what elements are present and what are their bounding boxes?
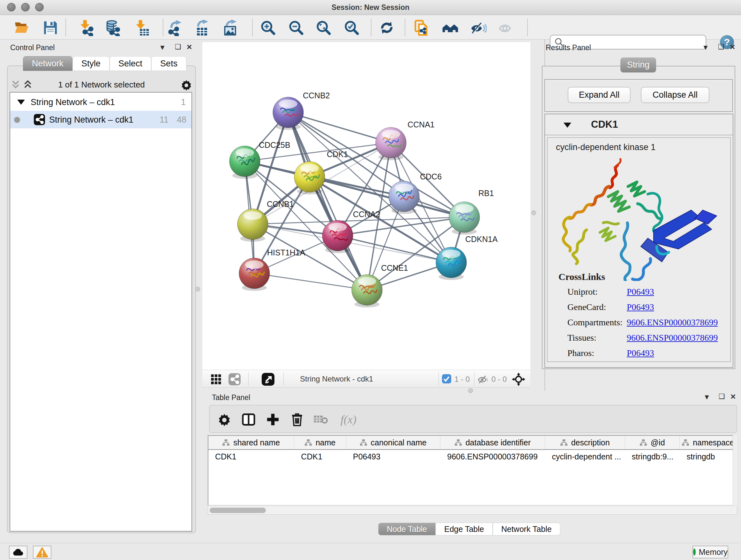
scrollbar-thumb[interactable]	[210, 508, 266, 513]
node-CCNE1[interactable]: CCNE1	[352, 263, 408, 307]
memory-status-dot	[693, 549, 696, 556]
tab-network[interactable]: Network	[23, 56, 72, 71]
crosslink-link[interactable]: P06493	[627, 302, 654, 312]
table-row[interactable]: CDK1CDK1P064939606.ENSP00000378699cyclin…	[208, 450, 737, 464]
cell[interactable]: CDK1	[208, 450, 294, 464]
selected-nodes-checkbox[interactable]	[442, 374, 451, 383]
zoom-out-button[interactable]	[288, 19, 305, 36]
import-network-from-database-button[interactable]	[104, 19, 121, 36]
column-header-databaseidentifier[interactable]: database identifier	[441, 436, 545, 449]
columns-icon	[241, 412, 256, 427]
tab-node-table[interactable]: Node Table	[378, 523, 435, 536]
tab-string[interactable]: String	[620, 57, 656, 72]
node-RB1[interactable]: RB1	[449, 189, 494, 235]
edge-CCNB2-CCNA1[interactable]	[288, 112, 391, 143]
refresh-button[interactable]	[379, 19, 395, 36]
tab-edge-table[interactable]: Edge Table	[435, 523, 493, 536]
node-CDC6[interactable]: CDC6	[389, 172, 442, 214]
table-panel-float-button[interactable]: ❑	[719, 392, 725, 401]
show-all-networks-button[interactable]	[442, 19, 459, 36]
crosslink-link[interactable]: 9606.ENSP00000378699	[627, 317, 718, 327]
expand-all-button[interactable]: Expand All	[568, 87, 630, 103]
network-canvas[interactable]: CCNB2CCNA1CDC25BCDK1CDC6RB1CCNB1CCNA2CDK…	[202, 42, 530, 370]
column-header-id[interactable]: @id	[625, 436, 680, 449]
tab-style[interactable]: Style	[72, 56, 110, 71]
collection-expander-icon[interactable]	[17, 99, 25, 105]
export-table-button[interactable]	[194, 19, 211, 36]
cell[interactable]: stringdb	[680, 450, 737, 464]
open-session-button[interactable]	[13, 19, 30, 36]
import-network-button[interactable]	[78, 19, 94, 36]
table-panel-menu-arrow[interactable]: ▼	[703, 393, 711, 401]
memory-button[interactable]: Memory	[692, 546, 728, 558]
tab-sets[interactable]: Sets	[151, 56, 186, 71]
column-header-description[interactable]: description	[545, 436, 625, 449]
cell[interactable]: cyclin-dependent ...	[545, 450, 625, 464]
table-vertical-scrollbar[interactable]	[733, 435, 737, 505]
import-table-button[interactable]	[133, 19, 150, 36]
node-CCNA1[interactable]: CCNA1	[376, 120, 434, 160]
edge-CCNB2-CCNE1[interactable]	[288, 112, 367, 290]
edge-HIST1H1A-CCNE1[interactable]	[254, 273, 367, 290]
column-header-canonicalname[interactable]: canonical name	[346, 436, 441, 449]
hide-selected-button[interactable]	[470, 19, 487, 36]
horizontal-splitter-handle[interactable]	[468, 388, 473, 393]
crosslink-link[interactable]: P06493	[627, 348, 654, 358]
function-builder-button[interactable]: f(x)	[335, 411, 362, 428]
left-splitter-handle[interactable]	[195, 287, 200, 292]
birdseye-view-button[interactable]	[262, 373, 274, 386]
crosslink-link[interactable]: 9606.ENSP00000378699	[627, 333, 718, 343]
column-header-namespace[interactable]: namespace	[680, 436, 737, 449]
show-columns-button[interactable]	[240, 411, 257, 428]
results-panel-close-button[interactable]: ✕	[730, 43, 735, 51]
edge-CDK1-RB1[interactable]	[310, 177, 464, 217]
table-settings-button[interactable]	[216, 411, 232, 428]
gene-expander-icon[interactable]	[563, 122, 571, 128]
results-panel-menu-arrow[interactable]: ▼	[702, 44, 709, 52]
right-splitter-handle[interactable]	[531, 210, 536, 215]
save-session-button[interactable]	[42, 19, 59, 36]
cell[interactable]: stringdb:9...	[625, 450, 680, 464]
column-header-sharedname[interactable]: shared name	[208, 436, 294, 449]
column-type-icon	[560, 439, 567, 446]
control-panel-close-button[interactable]: ✕	[186, 43, 192, 51]
warnings-button[interactable]	[33, 546, 51, 559]
tab-select[interactable]: Select	[110, 56, 151, 71]
grid-view-icon[interactable]	[211, 374, 221, 385]
cell[interactable]: 9606.ENSP00000378699	[441, 450, 545, 464]
delete-table-button[interactable]	[313, 411, 329, 428]
table-panel-close-button[interactable]: ✕	[730, 393, 736, 401]
control-panel-float-button[interactable]: ❑	[175, 43, 181, 51]
network-collection-row[interactable]: String Network – cdk1 1	[10, 93, 192, 111]
tab-network-table[interactable]: Network Table	[493, 523, 560, 536]
zoom-in-button[interactable]	[260, 19, 276, 36]
cell[interactable]: CDK1	[294, 450, 346, 464]
gear-icon[interactable]	[181, 79, 192, 91]
collapse-all-button[interactable]: Collapse All	[641, 87, 710, 103]
node-HIST1H1A[interactable]: HIST1H1A	[239, 248, 306, 291]
zoom-selected-button[interactable]	[343, 19, 360, 36]
cloud-button[interactable]	[9, 546, 27, 559]
export-network-button[interactable]	[166, 19, 183, 36]
node-CDKN1A[interactable]: CDKN1A	[436, 235, 498, 280]
network-row-selected[interactable]: String Network – cdk1 11 48	[10, 111, 192, 128]
fit-selected-crosshair-icon[interactable]	[512, 373, 525, 386]
network-view-badge[interactable]	[228, 373, 241, 385]
add-column-button[interactable]	[265, 411, 281, 428]
toolbar-separator	[65, 19, 66, 36]
toolbar-separator	[252, 19, 253, 36]
column-header-name[interactable]: name	[294, 436, 346, 449]
delete-column-button[interactable]	[289, 411, 306, 428]
zoom-fit-button[interactable]	[315, 19, 332, 36]
cell[interactable]: P06493	[346, 450, 441, 464]
table-horizontal-scrollbar[interactable]	[208, 506, 737, 515]
export-image-button[interactable]	[222, 19, 239, 36]
control-panel-menu-arrow[interactable]: ▼	[159, 44, 166, 52]
results-panel-float-button[interactable]: ❑	[718, 43, 724, 51]
clone-network-button[interactable]	[414, 19, 430, 36]
crosslink-link[interactable]: P06493	[627, 287, 654, 297]
share-icon	[228, 373, 241, 385]
show-hidden-button[interactable]	[498, 19, 515, 36]
gene-section-header[interactable]: CDK1	[545, 114, 733, 135]
node-label: CDKN1A	[465, 235, 498, 244]
